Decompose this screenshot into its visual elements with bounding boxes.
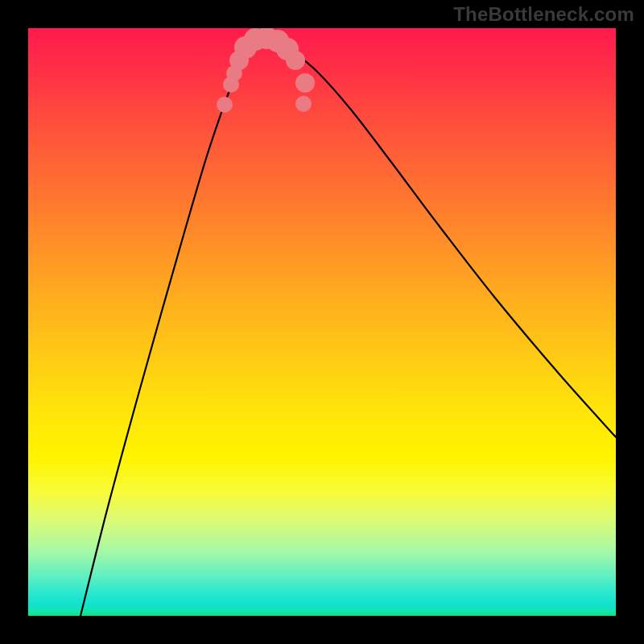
highlight-marker: [295, 96, 312, 112]
chart-frame: TheBottleneck.com: [0, 0, 644, 644]
curve-svg: [28, 28, 616, 616]
highlight-marker: [286, 51, 305, 70]
marker-group: [217, 28, 315, 113]
highlight-marker: [295, 73, 315, 93]
highlight-marker: [217, 97, 233, 113]
watermark-label: TheBottleneck.com: [453, 3, 634, 26]
bottleneck-curve: [80, 36, 616, 616]
plot-area: [28, 28, 616, 616]
